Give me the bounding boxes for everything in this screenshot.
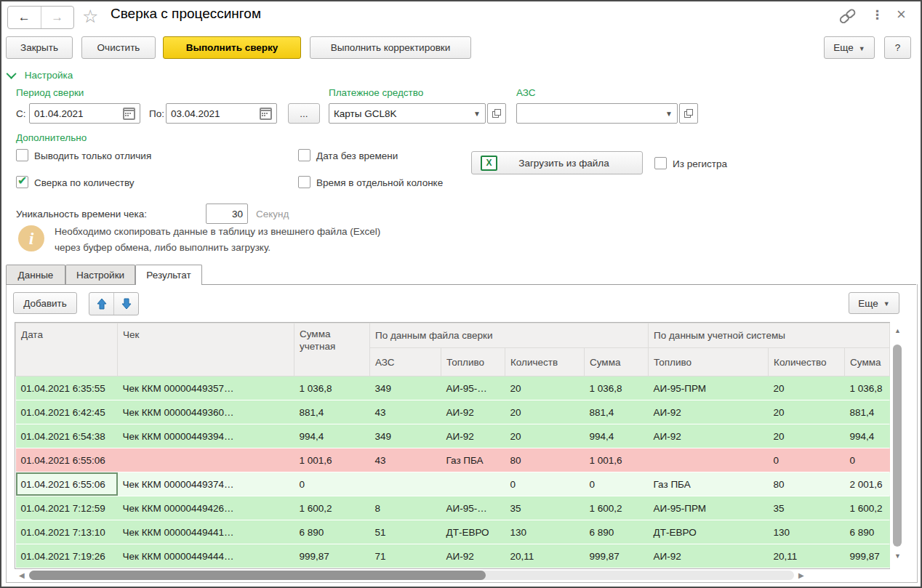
table-cell[interactable]: 994,4	[845, 424, 890, 448]
period-ellipsis-button[interactable]: ...	[288, 103, 320, 124]
table-cell[interactable]: 999,87	[845, 544, 890, 568]
add-button[interactable]: Добавить	[13, 292, 77, 314]
table-cell[interactable]: 6 890	[294, 520, 370, 544]
calendar-icon[interactable]	[260, 108, 272, 120]
table-cell[interactable]: 881,4	[845, 400, 890, 424]
table-cell[interactable]: Газ ПБА	[441, 448, 505, 472]
table-cell[interactable]: 349	[370, 424, 441, 448]
table-cell[interactable]: 20	[505, 400, 585, 424]
table-row[interactable]: 01.04.2021 7:19:26Чек ККМ 00000449444…99…	[16, 544, 890, 568]
column-header-date[interactable]: Дата	[16, 323, 118, 376]
table-cell[interactable]: 999,87	[585, 544, 649, 568]
hscroll-right-arrow-icon[interactable]: ▶	[798, 571, 804, 579]
table-cell[interactable]: 881,4	[585, 400, 649, 424]
period-from-input[interactable]: 01.04.2021	[29, 103, 140, 124]
checkbox-only-differences[interactable]	[16, 149, 28, 161]
table-cell[interactable]: 0	[505, 472, 585, 496]
column-header-qty-file[interactable]: Количеств	[505, 348, 585, 376]
table-cell[interactable]: Газ ПБА	[649, 472, 769, 496]
table-cell[interactable]: 01.04.2021 7:13:10	[16, 520, 118, 544]
column-header-azs[interactable]: АЗС	[370, 348, 441, 376]
table-cell[interactable]: 01.04.2021 6:42:45	[16, 400, 118, 424]
table-cell[interactable]: 130	[769, 520, 845, 544]
table-cell[interactable]	[649, 448, 769, 472]
table-cell[interactable]: Чек ККМ 00000449357…	[118, 376, 294, 400]
table-row[interactable]: 01.04.2021 6:42:45Чек ККМ 00000449360…88…	[16, 400, 890, 424]
clear-button[interactable]: Очистить	[81, 36, 156, 59]
table-cell[interactable]	[370, 472, 441, 496]
vertical-scrollbar-thumb[interactable]	[893, 345, 902, 547]
table-cell[interactable]: АИ-92	[649, 544, 769, 568]
table-cell[interactable]: АИ-95-ПРМ	[649, 376, 769, 400]
table-cell[interactable]: 80	[505, 448, 585, 472]
group-header-system-data[interactable]: По данным учетной системы	[649, 323, 890, 348]
table-cell[interactable]: 01.04.2021 7:12:59	[16, 496, 118, 520]
table-cell[interactable]: АИ-95-ПРМ	[649, 496, 769, 520]
run-reconciliation-button[interactable]: Выполнить сверку	[163, 36, 301, 59]
table-cell[interactable]: 71	[370, 544, 441, 568]
table-row[interactable]: 01.04.2021 6:55:06Чек ККМ 00000449374…00…	[16, 472, 890, 496]
table-cell[interactable]: Чек ККМ 00000449441…	[118, 520, 294, 544]
table-cell[interactable]: Чек ККМ 00000449394…	[118, 424, 294, 448]
azs-open-button[interactable]	[679, 103, 698, 124]
table-cell[interactable]: 1 036,8	[294, 376, 370, 400]
dropdown-icon[interactable]: ▼	[473, 110, 481, 118]
table-cell[interactable]: 20,11	[505, 544, 585, 568]
table-row[interactable]: 01.04.2021 6:55:061 001,643Газ ПБА801 00…	[16, 448, 890, 472]
run-adjustments-button[interactable]: Выполнить корректировки	[310, 36, 471, 59]
column-header-fuel-system[interactable]: Топливо	[649, 348, 769, 376]
table-cell[interactable]: 999,87	[294, 544, 370, 568]
nav-history-group[interactable]: ← →	[7, 6, 74, 29]
table-cell[interactable]: 1 600,2	[294, 496, 370, 520]
table-row[interactable]: 01.04.2021 6:54:38Чек ККМ 00000449394…99…	[16, 424, 890, 448]
column-header-check[interactable]: Чек	[118, 323, 294, 376]
period-to-input[interactable]: 03.04.2021	[166, 103, 277, 124]
link-icon[interactable]	[838, 9, 858, 25]
vscroll-down-arrow-icon[interactable]: ▼	[894, 552, 901, 560]
load-from-file-button[interactable]: X Загрузить из файла	[471, 151, 643, 174]
close-icon[interactable]: ×	[897, 5, 906, 24]
settings-collapse-toggle[interactable]: Настройка	[9, 70, 73, 81]
table-cell[interactable]: 20	[769, 400, 845, 424]
table-cell[interactable]: 1 600,2	[585, 496, 649, 520]
checkbox-date-without-time[interactable]	[298, 149, 310, 161]
table-cell[interactable]: 43	[370, 448, 441, 472]
group-header-file-data[interactable]: По данным файла сверки	[370, 323, 649, 348]
table-cell[interactable]: 51	[370, 520, 441, 544]
payment-select[interactable]: Карты GCL8K ▼	[329, 103, 486, 124]
table-row[interactable]: 01.04.2021 6:35:55Чек ККМ 00000449357…1 …	[16, 376, 890, 400]
horizontal-scrollbar[interactable]	[29, 571, 794, 580]
kebab-menu-icon[interactable]: ⋮	[871, 7, 883, 23]
close-button[interactable]: Закрыть	[6, 36, 73, 59]
favorite-star-icon[interactable]: ☆	[82, 6, 98, 27]
table-cell[interactable]: 6 890	[585, 520, 649, 544]
table-cell[interactable]: 0	[769, 448, 845, 472]
column-header-qty-system[interactable]: Количество	[769, 348, 845, 376]
table-cell[interactable]: ДТ-ЕВРО	[441, 520, 505, 544]
table-cell[interactable]: 0	[845, 448, 890, 472]
column-header-sum-file[interactable]: Сумма	[585, 348, 649, 376]
more-button-top[interactable]: Еще▼	[824, 36, 875, 59]
calendar-icon[interactable]	[123, 108, 135, 120]
table-cell[interactable]: 1 001,6	[585, 448, 649, 472]
table-cell[interactable]: 01.04.2021 6:55:06	[16, 448, 118, 472]
column-header-sum-system[interactable]: Сумма	[845, 348, 890, 376]
table-cell[interactable]: 881,4	[294, 400, 370, 424]
table-cell[interactable]: Чек ККМ 00000449374…	[118, 472, 294, 496]
table-cell[interactable]: Чек ККМ 00000449444…	[118, 544, 294, 568]
table-cell[interactable]: 35	[769, 496, 845, 520]
uniqueness-input[interactable]: 30	[206, 204, 248, 224]
help-button[interactable]: ?	[884, 36, 911, 59]
back-icon[interactable]: ←	[8, 7, 41, 28]
table-cell[interactable]: 130	[505, 520, 585, 544]
table-cell[interactable]: 1 001,6	[294, 448, 370, 472]
table-cell[interactable]: 994,4	[294, 424, 370, 448]
table-cell[interactable]: 0	[585, 472, 649, 496]
table-cell[interactable]: АИ-92	[441, 400, 505, 424]
table-cell[interactable]: 20	[769, 424, 845, 448]
table-cell[interactable]: 8	[370, 496, 441, 520]
table-cell[interactable]: 1 036,8	[585, 376, 649, 400]
hscroll-left-arrow-icon[interactable]: ◀	[19, 571, 25, 579]
table-row[interactable]: 01.04.2021 7:13:10Чек ККМ 00000449441…6 …	[16, 520, 890, 544]
table-cell[interactable]: ДТ-ЕВРО	[649, 520, 769, 544]
